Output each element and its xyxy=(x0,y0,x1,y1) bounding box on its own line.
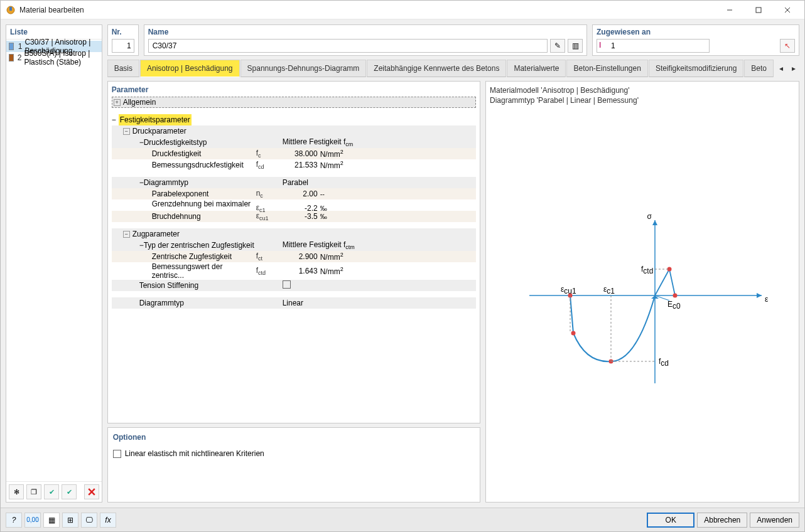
param-unit: N/mm2 xyxy=(320,149,358,159)
formula-icon[interactable]: fx xyxy=(100,513,116,528)
diagram-title-2: Diagrammtyp 'Parabel | Linear | Bemessun… xyxy=(490,95,795,105)
delete-icon[interactable] xyxy=(84,484,99,499)
linear-elastic-checkbox[interactable] xyxy=(113,450,121,458)
name-label: Name xyxy=(148,28,583,36)
select-icon[interactable]: ↖ xyxy=(780,39,795,53)
svg-line-20 xyxy=(570,295,573,333)
param-label: Bemessungsdruckfestigkeit xyxy=(112,161,256,169)
tree-icon[interactable]: ⊞ xyxy=(62,513,78,528)
titlebar: Material bearbeiten xyxy=(1,1,804,19)
check-icon[interactable]: ✔ xyxy=(44,484,59,499)
collapse-icon[interactable]: − xyxy=(123,231,130,238)
list-item-label: B500S(A) | Isotrop | Plastisch (Stäbe) xyxy=(24,49,99,66)
ibeam-icon: I xyxy=(599,41,601,50)
param-symbol: fct xyxy=(256,252,283,262)
linear-elastic-option[interactable]: Linear elastisch mit nichtlinearen Krite… xyxy=(113,449,475,458)
svg-rect-1 xyxy=(9,7,12,11)
param-label: Bruchdehnung xyxy=(112,212,256,221)
tree-allgemein[interactable]: + Allgemein xyxy=(112,97,476,108)
copy-icon[interactable]: ❐ xyxy=(26,484,41,499)
window: Material bearbeiten Liste 1 C30/37 | Ani… xyxy=(0,0,805,532)
param-label: Druckfestigkeitstyp xyxy=(144,138,207,147)
tree-zugparameter[interactable]: − Zugparameter xyxy=(112,228,476,240)
units-icon[interactable]: 0,00 xyxy=(24,513,41,528)
expand-icon[interactable]: + xyxy=(114,99,121,106)
list-item-num: 1 xyxy=(16,42,22,51)
display-icon[interactable]: 🖵 xyxy=(81,513,97,528)
svg-text:εcu1: εcu1 xyxy=(561,285,576,295)
param-label: Typ der zentrischen Zugfestigkeit xyxy=(144,241,254,250)
tab-anisotrop[interactable]: Anisotrop | Beschädigung xyxy=(140,60,240,77)
apply-button[interactable]: Anwenden xyxy=(750,513,799,528)
tree-festigkeit[interactable]: Festigkeitsparameter xyxy=(119,114,192,125)
ok-button[interactable]: OK xyxy=(647,513,694,528)
assigned-input[interactable] xyxy=(597,39,710,53)
diagram-panel: Materialmodell 'Anisotrop | Beschädigung… xyxy=(485,81,799,503)
tree-druckparameter[interactable]: − Druckparameter xyxy=(112,125,476,137)
tab-concrete-settings[interactable]: Beton-Einstellungen xyxy=(566,60,647,77)
cancel-button[interactable]: Abbrechen xyxy=(697,513,747,528)
check-all-icon[interactable]: ✔ xyxy=(62,484,77,499)
grid-icon[interactable]: ▦ xyxy=(43,513,60,528)
close-button[interactable] xyxy=(773,1,802,19)
tab-more[interactable]: Beto xyxy=(744,60,774,77)
maximize-button[interactable] xyxy=(744,1,773,19)
collapse-icon[interactable]: − xyxy=(139,138,144,147)
stress-strain-chart: σ ε fctd Ec0 xyxy=(490,105,795,498)
name-input[interactable] xyxy=(148,39,548,53)
param-value: 1.643 xyxy=(283,267,320,275)
svg-line-13 xyxy=(669,269,675,295)
param-unit: N/mm2 xyxy=(320,160,358,170)
tab-time-dependent[interactable]: Zeitabhängige Kennwerte des Betons xyxy=(367,60,506,77)
options-header: Optionen xyxy=(113,433,475,442)
param-value: 2.00 xyxy=(283,189,320,198)
tab-material-values[interactable]: Materialwerte xyxy=(507,60,566,77)
param-value: 21.533 xyxy=(283,161,320,169)
nr-input[interactable] xyxy=(112,39,134,53)
edit-icon[interactable]: ✎ xyxy=(550,39,565,53)
svg-rect-3 xyxy=(756,8,761,13)
svg-point-22 xyxy=(571,331,576,336)
param-label: Bemessungswert der zentrisc... xyxy=(112,262,256,280)
param-label: Tension Stiffening xyxy=(112,281,256,290)
param-unit: N/mm2 xyxy=(320,266,358,276)
param-unit: N/mm2 xyxy=(320,252,358,262)
param-unit: ‰ xyxy=(320,213,358,220)
param-label: Diagrammtyp xyxy=(112,299,256,307)
svg-text:fcd: fcd xyxy=(659,357,669,368)
svg-marker-9 xyxy=(757,293,762,298)
help-icon[interactable]: ? xyxy=(6,513,22,528)
param-symbol: nc xyxy=(256,189,283,199)
param-unit: -- xyxy=(320,190,358,198)
svg-point-18 xyxy=(673,294,678,298)
param-label: Druckfestigkeit xyxy=(112,149,256,158)
collapse-icon[interactable]: − xyxy=(123,128,130,135)
tab-scroll-right-icon[interactable]: ▸ xyxy=(788,64,799,73)
param-value: Parabel xyxy=(283,178,358,187)
tension-stiffening-checkbox[interactable] xyxy=(283,280,291,289)
tab-scroll-left-icon[interactable]: ◂ xyxy=(775,64,787,73)
collapse-icon[interactable]: − xyxy=(112,115,116,124)
svg-line-12 xyxy=(655,269,669,295)
tab-basis[interactable]: Basis xyxy=(107,60,139,77)
eps-label: ε xyxy=(765,295,769,304)
list-item[interactable]: 2 B500S(A) | Isotrop | Plastisch (Stäbe) xyxy=(6,52,102,63)
library-icon[interactable]: ▥ xyxy=(568,39,583,53)
assigned-box: Zugewiesen an I ↖ xyxy=(592,24,799,56)
tab-stress-strain[interactable]: Spannungs-Dehnungs-Diagramm xyxy=(240,60,367,77)
nr-box: Nr. xyxy=(107,24,139,56)
minimize-button[interactable] xyxy=(715,1,744,19)
param-value: 38.000 xyxy=(283,149,320,158)
tab-stiffness[interactable]: Steifigkeitsmodifizierung xyxy=(649,60,743,77)
collapse-icon[interactable]: − xyxy=(139,178,144,187)
param-value: 2.900 xyxy=(283,252,320,261)
material-list: 1 C30/37 | Anisotrop | Beschädigung 2 B5… xyxy=(6,40,102,481)
new-icon[interactable]: ✻ xyxy=(9,484,24,499)
param-label: Zentrische Zugfestigkeit xyxy=(112,252,256,261)
svg-marker-11 xyxy=(652,220,657,225)
tabs: Basis Anisotrop | Beschädigung Spannungs… xyxy=(107,60,799,77)
param-value: -3.5 xyxy=(283,212,320,221)
param-value: -2.2 xyxy=(283,204,320,213)
param-value: Mittlere Festigkeit fcm xyxy=(283,137,358,147)
collapse-icon[interactable]: − xyxy=(139,241,144,250)
